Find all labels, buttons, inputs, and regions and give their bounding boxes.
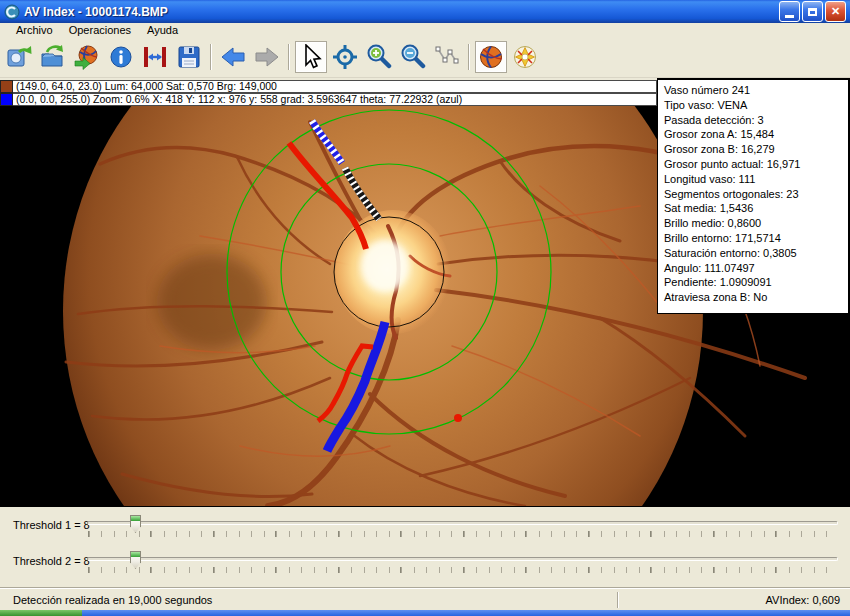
surround-brightness: Brillo entorno: 171,5714 [664,231,848,246]
crosses-zone-b: Atraviesa zona B: No [664,290,848,305]
av-index-value: AVIndex: 0,609 [619,594,850,606]
start-button[interactable] [0,610,82,616]
detect-vessels-button[interactable] [475,41,507,73]
pixel-info-text: (0.0, 0.0, 255.0) Zoom: 0.6% X: 418 Y: 1… [13,93,657,106]
detect-disc-button[interactable] [509,41,541,73]
mean-saturation: Sat media: 1,5436 [664,201,848,216]
thickness-zone-a: Grosor zona A: 15,484 [664,127,848,142]
threshold1-slider-ticks [88,531,838,537]
process-image-icon [74,44,100,70]
threshold2-label: Threshold 2 = 8 [13,555,90,567]
pointer-tool-button[interactable] [295,41,327,73]
process-image-button[interactable] [71,41,103,73]
pointer-icon [298,44,324,70]
close-icon: ✕ [831,5,840,18]
threshold1-slider-track[interactable] [87,521,838,525]
threshold1-label: Threshold 1 = 8 [13,519,90,531]
orthogonal-segments: Segmentos ortogonales: 23 [664,187,848,202]
color-swatch-rgb [0,80,13,93]
vessel-length: Longitud vaso: 111 [664,172,848,187]
app-icon [4,4,20,20]
toolbar-separator [210,44,212,70]
reload-image-button[interactable] [3,41,35,73]
vessel-info-panel: Vaso número 241 Tipo vaso: VENA Pasada d… [657,79,849,314]
forward-arrow-icon [254,44,280,70]
toolbar-separator [288,44,290,70]
restore-icon [808,8,817,16]
info-button[interactable] [105,41,137,73]
detection-time-status: Detección realizada en 19,000 segundos [0,594,617,606]
detect-disc-icon [512,44,538,70]
title-bar: AV Index - 10001174.BMP ✕ [0,0,850,23]
back-button[interactable] [217,41,249,73]
pixel-info-text: (149.0, 64.0, 23.0) Lum: 64,000 Sat: 0,5… [13,80,657,93]
zoom-out-button[interactable] [397,41,429,73]
surround-saturation: Saturación entorno: 0,3805 [664,246,848,261]
polyline-tool-button[interactable] [431,41,463,73]
measure-width-button[interactable] [139,41,171,73]
menu-ayuda[interactable]: Ayuda [139,24,186,36]
color-swatch-blue [0,93,13,106]
measure-width-icon [142,44,168,70]
zoom-out-icon [400,44,426,70]
save-icon [176,44,202,70]
window-title: AV Index - 10001174.BMP [24,5,777,19]
crosshair-tool-button[interactable] [329,41,361,73]
polyline-icon [434,44,460,70]
vessel-number: Vaso número 241 [664,83,848,98]
toolbar [0,37,850,78]
open-folder-icon [40,44,66,70]
info-icon [108,44,134,70]
back-arrow-icon [220,44,246,70]
forward-button[interactable] [251,41,283,73]
close-button[interactable]: ✕ [825,1,846,22]
mean-brightness: Brillo medio: 0,8600 [664,216,848,231]
pixel-info-rows: (149.0, 64.0, 23.0) Lum: 64,000 Sat: 0,5… [0,78,657,106]
app-window: AV Index - 10001174.BMP ✕ Archivo Operac… [0,0,850,616]
zoom-in-button[interactable] [363,41,395,73]
reload-image-icon [6,44,32,70]
toolbar-separator [468,44,470,70]
angle: Angulo: 111.07497 [664,261,848,276]
thickness-zone-b: Grosor zona B: 16,279 [664,142,848,157]
menu-operaciones[interactable]: Operaciones [61,24,139,36]
restore-button[interactable] [802,1,823,22]
save-button[interactable] [173,41,205,73]
status-bar: Detección realizada en 19,000 segundos A… [0,588,850,610]
minimize-button[interactable] [779,1,800,22]
taskbar-strip [82,610,850,616]
vessel-type: Tipo vaso: VENA [664,98,848,113]
threshold2-slider-ticks [88,567,838,573]
pixel-info-row: (0.0, 0.0, 255.0) Zoom: 0.6% X: 418 Y: 1… [0,93,657,106]
menu-bar: Archivo Operaciones Ayuda [0,23,850,37]
minimize-icon [785,15,794,18]
crosshair-icon [332,44,358,70]
thickness-current: Grosor punto actual: 16,971 [664,157,848,172]
threshold-controls: Threshold 1 = 8 Threshold 2 = 8 [0,507,850,588]
detect-vessels-icon [478,44,504,70]
content-area: (149.0, 64.0, 23.0) Lum: 64,000 Sat: 0,5… [0,78,850,507]
menu-archivo[interactable]: Archivo [8,24,61,36]
pixel-info-row: (149.0, 64.0, 23.0) Lum: 64,000 Sat: 0,5… [0,80,657,93]
threshold2-slider-track[interactable] [87,557,838,561]
zoom-in-icon [366,44,392,70]
detection-pass: Pasada detección: 3 [664,113,848,128]
slope: Pendiente: 1.0909091 [664,275,848,290]
windows-taskbar [0,610,850,616]
open-folder-button[interactable] [37,41,69,73]
